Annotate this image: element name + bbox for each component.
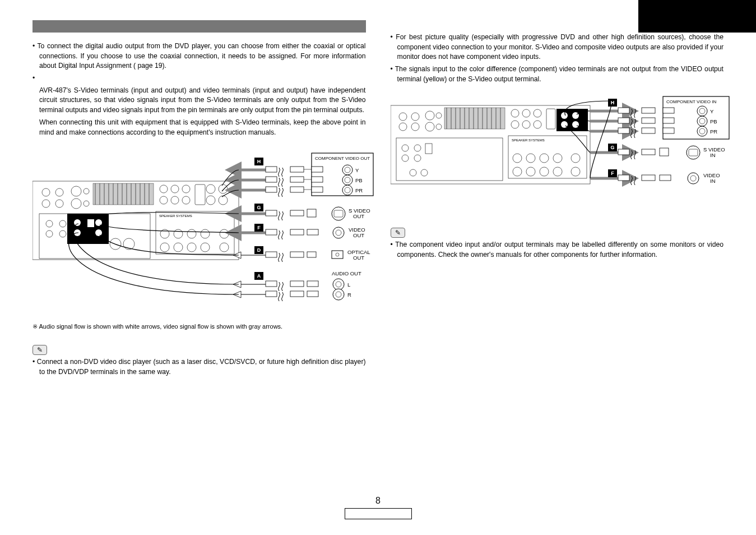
svg-rect-195 bbox=[618, 108, 629, 113]
svg-text:COMPONENT VIDEO IN: COMPONENT VIDEO IN bbox=[666, 99, 716, 104]
svg-rect-224 bbox=[660, 175, 671, 181]
svg-text:R: R bbox=[347, 292, 351, 298]
columns: To connect the digital audio output from… bbox=[33, 20, 723, 384]
svg-text:OUT: OUT bbox=[353, 232, 364, 238]
svg-rect-196 bbox=[618, 118, 629, 123]
monitor-input-panel: COMPONENT VIDEO IN Y PB PR S VIDEO IN VI… bbox=[642, 96, 729, 184]
svg-point-96 bbox=[342, 185, 353, 195]
svg-point-59 bbox=[74, 219, 81, 226]
tag-H-right: H bbox=[608, 99, 617, 107]
svg-point-20 bbox=[84, 188, 89, 194]
svg-rect-212 bbox=[642, 128, 655, 133]
page-number: 8 bbox=[345, 496, 412, 506]
svg-rect-202 bbox=[642, 108, 655, 113]
svg-point-166 bbox=[572, 112, 579, 119]
svg-point-158 bbox=[522, 109, 530, 117]
svg-text:IN: IN bbox=[710, 178, 716, 184]
svg-point-36 bbox=[174, 229, 183, 238]
svg-point-113 bbox=[333, 227, 344, 238]
svg-rect-105 bbox=[290, 210, 304, 216]
svg-point-161 bbox=[522, 121, 530, 128]
svg-point-131 bbox=[333, 289, 344, 300]
svg-rect-213 bbox=[663, 128, 674, 133]
svg-point-152 bbox=[411, 123, 419, 131]
tag-H: H bbox=[254, 158, 263, 165]
svg-point-178 bbox=[553, 167, 562, 176]
svg-point-165 bbox=[561, 112, 568, 119]
svg-point-88 bbox=[342, 165, 353, 175]
svg-point-28 bbox=[182, 196, 190, 204]
svg-text:PR: PR bbox=[710, 128, 717, 135]
svg-text:AUDIO OUT: AUDIO OUT bbox=[332, 270, 361, 276]
svg-point-37 bbox=[187, 229, 196, 238]
svg-point-47 bbox=[46, 220, 53, 227]
left-bullets: To connect the digital audio output from… bbox=[33, 41, 366, 137]
svg-text:OUT: OUT bbox=[353, 255, 364, 261]
svg-point-19 bbox=[71, 186, 81, 196]
svg-point-173 bbox=[553, 154, 562, 163]
svg-text:PB: PB bbox=[355, 177, 363, 183]
svg-point-162 bbox=[534, 121, 541, 128]
svg-text:PB: PB bbox=[710, 118, 717, 124]
receiver-back-panel-right: SPEAKER SYSTEMS bbox=[391, 105, 590, 184]
svg-point-43 bbox=[201, 243, 210, 252]
svg-rect-99 bbox=[312, 167, 323, 172]
svg-point-26 bbox=[160, 196, 168, 204]
svg-point-63 bbox=[95, 229, 102, 236]
svg-text:COMPONENT VIDEO OUT: COMPONENT VIDEO OUT bbox=[315, 156, 370, 161]
tag-F-right: F bbox=[608, 169, 617, 177]
plugs-left bbox=[266, 167, 277, 297]
svg-rect-198 bbox=[618, 149, 629, 155]
svg-point-23 bbox=[160, 185, 168, 193]
svg-rect-81 bbox=[266, 229, 277, 235]
svg-point-170 bbox=[513, 154, 522, 163]
section-tab bbox=[638, 0, 756, 33]
svg-text:Y: Y bbox=[355, 167, 359, 173]
left-diagram: SPEAKER SYSTEMS bbox=[33, 147, 366, 316]
svg-point-25 bbox=[182, 185, 190, 193]
svg-rect-100 bbox=[312, 177, 323, 182]
tag-A: A bbox=[254, 272, 263, 280]
left-column: To connect the digital audio output from… bbox=[33, 20, 366, 384]
svg-point-168 bbox=[572, 121, 579, 128]
svg-point-22 bbox=[84, 201, 89, 206]
svg-point-209 bbox=[697, 116, 707, 126]
page-footer: 8 bbox=[345, 496, 412, 519]
svg-rect-217 bbox=[642, 149, 655, 155]
svg-point-42 bbox=[187, 243, 196, 252]
svg-rect-87 bbox=[290, 167, 304, 172]
svg-rect-119 bbox=[332, 251, 343, 259]
receiver-back-panel: SPEAKER SYSTEMS bbox=[33, 181, 239, 260]
cable-breaks bbox=[279, 168, 284, 301]
left-note-block: Connect a non-DVD video disc player (suc… bbox=[33, 357, 366, 377]
right-bullet-2: The signals input to the color differenc… bbox=[391, 64, 724, 84]
left-bullet-2b: When connecting this unit with equipment… bbox=[33, 118, 366, 137]
svg-text:G: G bbox=[610, 145, 614, 150]
svg-point-184 bbox=[414, 145, 421, 151]
svg-rect-199 bbox=[618, 175, 629, 181]
tag-G-right: G bbox=[608, 144, 617, 151]
left-heading-bar bbox=[33, 20, 366, 33]
svg-point-225 bbox=[688, 173, 699, 184]
svg-point-32 bbox=[206, 196, 215, 205]
tag-D: D bbox=[254, 246, 263, 254]
svg-point-39 bbox=[220, 229, 229, 238]
svg-point-156 bbox=[436, 124, 442, 130]
svg-text:F: F bbox=[611, 170, 614, 176]
svg-rect-112 bbox=[307, 229, 318, 235]
svg-point-175 bbox=[513, 167, 522, 176]
left-bullet-2 bbox=[33, 73, 366, 84]
page: To connect the digital audio output from… bbox=[0, 0, 756, 535]
right-note-block: The component video input and/or output … bbox=[391, 240, 724, 260]
right-bullet-1: For best picture quality (especially wit… bbox=[391, 33, 724, 62]
svg-rect-203 bbox=[663, 108, 674, 113]
footer-box bbox=[345, 508, 412, 519]
svg-point-44 bbox=[220, 243, 229, 252]
svg-point-38 bbox=[201, 229, 210, 238]
svg-point-185 bbox=[414, 155, 421, 162]
svg-point-21 bbox=[71, 199, 81, 209]
svg-point-126 bbox=[333, 279, 344, 290]
svg-rect-80 bbox=[266, 210, 277, 216]
svg-point-17 bbox=[55, 188, 63, 196]
svg-rect-91 bbox=[290, 177, 304, 182]
